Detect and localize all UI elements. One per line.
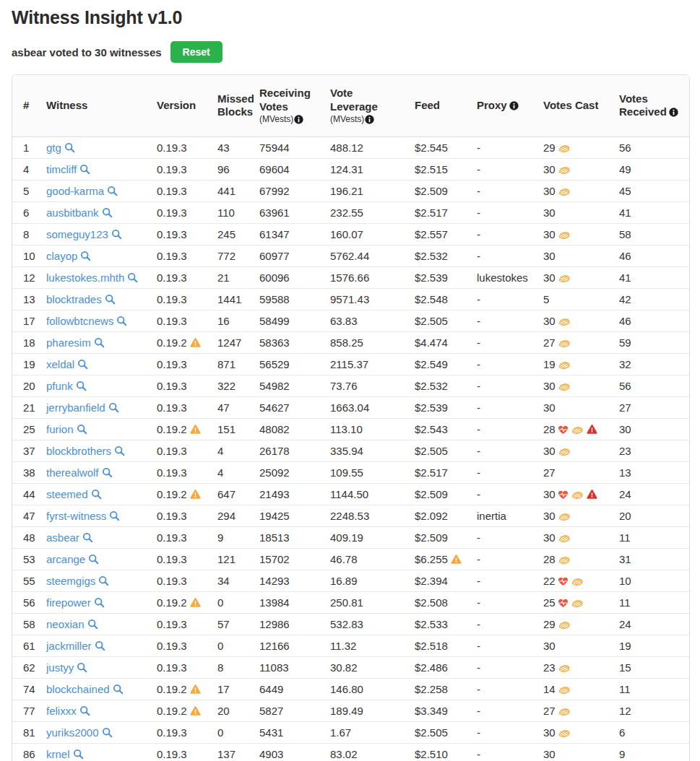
search-icon[interactable] bbox=[99, 206, 113, 219]
witness-link[interactable]: therealwolf bbox=[46, 466, 99, 479]
header-label: Missed Blocks bbox=[217, 92, 254, 118]
search-icon[interactable] bbox=[113, 315, 127, 327]
table-row: 18pharesim0.19.2124758363858.25$4.474-27… bbox=[12, 331, 690, 353]
table-row: 21jerrybanfield0.19.347546271663.04$2.53… bbox=[12, 396, 690, 418]
missed-blocks-cell: 322 bbox=[212, 375, 254, 396]
proxy-cell: - bbox=[471, 721, 537, 743]
search-icon[interactable] bbox=[95, 575, 109, 587]
votes-received-cell: 11 bbox=[613, 678, 690, 700]
search-icon[interactable] bbox=[74, 661, 87, 674]
witness-link[interactable]: ausbitbank bbox=[46, 206, 99, 219]
feed-cell: $4.474 bbox=[409, 331, 471, 353]
witness-link[interactable]: furion bbox=[46, 423, 74, 435]
witness-link[interactable]: jerrybanfield bbox=[46, 401, 105, 414]
missed-blocks-cell: 34 bbox=[212, 570, 254, 591]
header-cell-votes_cast: Votes Cast bbox=[537, 75, 613, 136]
table-row: 61jackmiller0.19.301216611.32$2.518-3019 bbox=[12, 635, 690, 656]
search-icon[interactable] bbox=[85, 618, 98, 630]
votes-cast-cell: 30 bbox=[537, 180, 613, 201]
search-icon[interactable] bbox=[79, 531, 93, 544]
witness-link[interactable]: gtg bbox=[46, 142, 61, 154]
receiving-votes-cell: 54982 bbox=[254, 375, 324, 396]
handshake-icon bbox=[556, 315, 571, 327]
witness-link[interactable]: justyy bbox=[46, 661, 74, 674]
info-icon[interactable] bbox=[293, 114, 303, 124]
witness-link[interactable]: good-karma bbox=[46, 185, 104, 197]
witness-link[interactable]: blockbrothers bbox=[46, 445, 111, 457]
warning-triangle-icon bbox=[187, 488, 201, 500]
search-icon[interactable] bbox=[102, 293, 116, 305]
proxy-cell: - bbox=[471, 570, 537, 591]
search-icon[interactable] bbox=[111, 445, 125, 457]
witness-link[interactable]: felixxx bbox=[46, 705, 77, 717]
search-icon[interactable] bbox=[91, 336, 105, 349]
search-icon[interactable] bbox=[124, 271, 138, 284]
votes-cast-cell: 28 bbox=[537, 548, 613, 570]
search-icon[interactable] bbox=[85, 553, 99, 565]
table-row: 1gtg0.19.34375944488.12$2.545-2956 bbox=[12, 136, 690, 158]
version-cell: 0.19.3 bbox=[151, 375, 212, 396]
info-icon[interactable] bbox=[364, 114, 374, 124]
witness-link[interactable]: timcliff bbox=[46, 163, 77, 175]
rank-cell: 12 bbox=[12, 266, 40, 288]
witness-link[interactable]: blocktrades bbox=[46, 293, 102, 305]
witness-link[interactable]: asbear bbox=[46, 531, 79, 544]
witness-link[interactable]: steemgigs bbox=[46, 575, 95, 587]
info-icon[interactable] bbox=[507, 99, 519, 111]
search-icon[interactable] bbox=[77, 163, 90, 175]
rank-cell: 74 bbox=[12, 678, 40, 700]
search-icon[interactable] bbox=[108, 228, 122, 240]
search-icon[interactable] bbox=[91, 596, 105, 609]
witness-cell: lukestokes.mhth bbox=[40, 266, 151, 288]
vote-leverage-cell: 113.10 bbox=[324, 418, 409, 440]
search-icon[interactable] bbox=[73, 380, 87, 392]
witness-link[interactable]: krnel bbox=[46, 748, 70, 760]
search-icon[interactable] bbox=[88, 488, 102, 500]
votes-received-cell: 58 bbox=[613, 223, 690, 245]
votes-cast-cell: 27 bbox=[537, 331, 613, 353]
witness-link[interactable]: pfunk bbox=[46, 380, 73, 392]
search-icon[interactable] bbox=[92, 640, 105, 652]
search-icon[interactable] bbox=[106, 510, 120, 522]
witness-link[interactable]: followbtcnews bbox=[46, 315, 113, 327]
rank-cell: 4 bbox=[12, 158, 40, 180]
search-icon[interactable] bbox=[74, 358, 88, 370]
votes-cast-cell: 30 bbox=[537, 223, 613, 245]
witness-link[interactable]: someguy123 bbox=[46, 228, 108, 240]
proxy-cell: - bbox=[471, 418, 537, 440]
search-icon[interactable] bbox=[104, 185, 118, 197]
witness-link[interactable]: blockchained bbox=[46, 683, 110, 695]
receiving-votes-cell: 4903 bbox=[254, 743, 324, 761]
search-icon[interactable] bbox=[99, 466, 113, 479]
search-icon[interactable] bbox=[70, 748, 84, 760]
search-icon[interactable] bbox=[105, 401, 119, 414]
search-icon[interactable] bbox=[74, 423, 87, 435]
witness-link[interactable]: fyrst-witness bbox=[46, 510, 106, 522]
missed-blocks-cell: 16 bbox=[212, 310, 254, 331]
reset-button[interactable]: Reset bbox=[170, 41, 222, 63]
search-icon[interactable] bbox=[77, 705, 90, 717]
search-icon[interactable] bbox=[99, 726, 113, 739]
witness-link[interactable]: lukestokes.mhth bbox=[46, 271, 124, 284]
witness-link[interactable]: firepower bbox=[46, 596, 91, 609]
witness-link[interactable]: clayop bbox=[46, 250, 77, 262]
search-icon[interactable] bbox=[110, 683, 124, 695]
info-icon[interactable] bbox=[667, 105, 678, 118]
search-icon[interactable] bbox=[61, 142, 75, 154]
witness-link[interactable]: arcange bbox=[46, 553, 85, 565]
receiving-votes-cell: 21493 bbox=[254, 483, 324, 505]
witness-link[interactable]: jackmiller bbox=[46, 640, 92, 652]
witness-link[interactable]: neoxian bbox=[46, 618, 85, 630]
table-row: 56firepower0.19.2013984250.81$2.508-2511 bbox=[12, 591, 690, 613]
witness-link[interactable]: steemed bbox=[46, 488, 88, 500]
header-cell-vote_leverage: Vote Leverage(MVests) bbox=[324, 75, 409, 136]
search-icon[interactable] bbox=[77, 250, 91, 262]
proxy-cell: - bbox=[471, 526, 537, 548]
witness-cell: pfunk bbox=[40, 375, 151, 396]
witness-link[interactable]: pharesim bbox=[46, 336, 91, 349]
witness-link[interactable]: xeldal bbox=[46, 358, 74, 370]
rank-cell: 86 bbox=[12, 743, 40, 761]
handshake-icon bbox=[556, 510, 571, 522]
header-label: Votes Received bbox=[619, 92, 667, 118]
witness-link[interactable]: yuriks2000 bbox=[46, 726, 99, 739]
